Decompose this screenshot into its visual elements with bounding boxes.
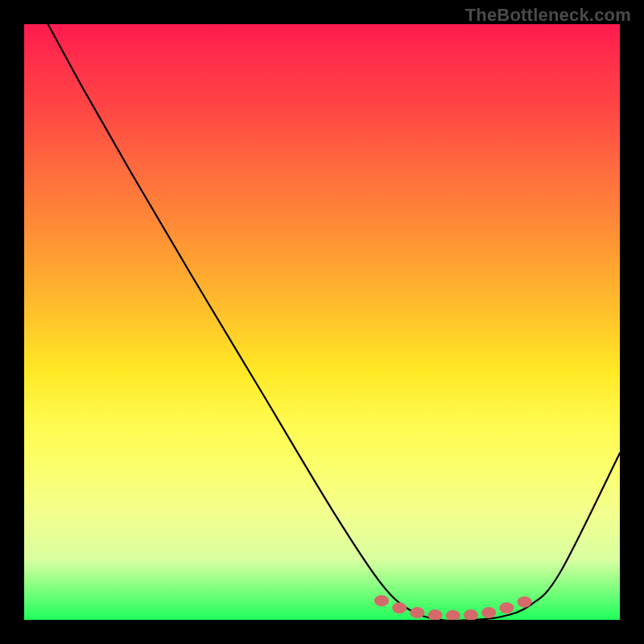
marker-dot [446, 610, 460, 620]
marker-dot [374, 595, 389, 606]
marker-dot [518, 597, 532, 608]
marker-dot [410, 607, 424, 618]
marker-dot [392, 602, 407, 613]
plot-area [24, 24, 620, 620]
optimal-range-dots [374, 595, 532, 620]
marker-dot [499, 602, 514, 613]
marker-dot [481, 607, 496, 618]
marker-dot [428, 609, 443, 620]
bottleneck-curve [48, 24, 620, 620]
chart-frame: TheBottleneck.com [0, 0, 644, 644]
curve-svg [24, 24, 620, 620]
watermark-text: TheBottleneck.com [465, 5, 631, 26]
marker-dot [464, 609, 478, 620]
